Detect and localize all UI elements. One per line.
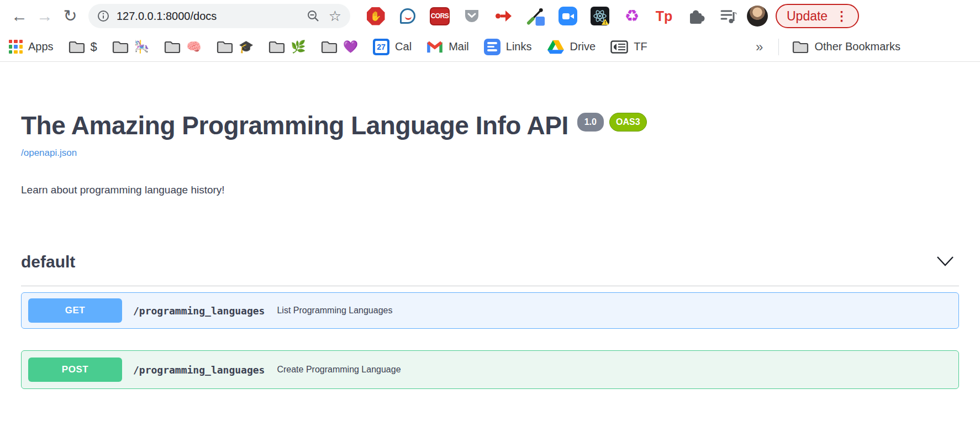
chrome-update-button[interactable]: Update ⋮ (776, 4, 859, 28)
bookmark-label: 🎠 (134, 41, 149, 53)
drive-icon (547, 39, 565, 55)
extensions-row: ✋ CORS (366, 6, 738, 26)
default-section-header[interactable]: default (21, 253, 959, 286)
bookmark-label: 🌿 (291, 41, 305, 53)
operation-summary: Create Programming Language (277, 365, 401, 375)
openapi-json-link[interactable]: /openapi.json (21, 148, 77, 159)
browser-menu-icon[interactable]: ⋮ (835, 9, 848, 24)
zoom-extension-icon[interactable] (558, 6, 578, 26)
red-arrow-extension-icon[interactable] (494, 6, 514, 26)
folder-icon (164, 40, 181, 54)
api-description: Learn about programming language history… (21, 184, 959, 196)
bookmark-folder-brain[interactable]: 🧠 (164, 40, 201, 54)
browser-toolbar: ← → ↻ 127.0.0.1:8000/docs ☆ ✋ CORS (0, 0, 980, 32)
bookmark-links[interactable]: Links (484, 39, 532, 55)
bookmark-tf[interactable]: TF (610, 39, 647, 55)
bookmark-label: Drive (570, 40, 596, 53)
operation-row-post[interactable]: POST /programming_languages Create Progr… (21, 350, 959, 389)
api-info-header: The Amazing Programming Language Info AP… (21, 111, 959, 141)
bookmark-label: 💜 (343, 41, 358, 53)
links-icon (484, 39, 500, 55)
section-title: default (21, 253, 75, 271)
bookmark-drive[interactable]: Drive (547, 39, 596, 55)
url-text[interactable]: 127.0.0.1:8000/docs (117, 10, 307, 23)
pocket-extension-icon[interactable] (462, 6, 482, 26)
bookmark-star-icon[interactable]: ☆ (329, 9, 341, 23)
operation-path: /programming_languages (133, 364, 265, 376)
extensions-puzzle-icon[interactable] (686, 6, 706, 26)
operation-summary: List Programming Languages (277, 306, 392, 316)
section-collapse-button[interactable] (931, 254, 959, 271)
folder-icon (217, 40, 233, 54)
media-playlist-icon[interactable] (718, 6, 738, 26)
bookmark-label: 🎓 (239, 41, 254, 53)
bookmarks-bar: Apps $ 🎠 🧠 🎓 🌿 💜 27 (0, 32, 980, 62)
other-bookmarks[interactable]: Other Bookmarks (792, 40, 900, 54)
reload-icon[interactable]: ↻ (57, 0, 83, 32)
bookmark-label: Links (506, 40, 532, 53)
forward-icon[interactable]: → (32, 0, 57, 32)
zoom-out-icon[interactable] (307, 9, 320, 23)
title-badges: 1.0 OAS3 (577, 113, 647, 132)
bookmarks-right-group: » Other Bookmarks (756, 39, 971, 55)
profile-avatar[interactable] (747, 6, 768, 27)
get-method-badge[interactable]: GET (28, 298, 122, 323)
bookmark-folder-carousel[interactable]: 🎠 (112, 40, 149, 54)
bookmark-label: Other Bookmarks (814, 40, 900, 53)
tf-news-icon (610, 39, 628, 55)
bookmark-folder-herb[interactable]: 🌿 (268, 40, 305, 54)
bookmark-label: 🧠 (186, 41, 201, 53)
folder-icon (268, 40, 285, 54)
page-title: The Amazing Programming Language Info AP… (21, 111, 568, 141)
swagger-docs-page: The Amazing Programming Language Info AP… (0, 111, 980, 389)
folder-icon (69, 40, 85, 54)
post-method-badge[interactable]: POST (28, 358, 122, 382)
gmail-icon (426, 40, 443, 54)
version-badge: 1.0 (577, 113, 604, 132)
bookmark-mail[interactable]: Mail (426, 40, 469, 54)
eyedropper-extension-icon[interactable] (526, 6, 546, 26)
recycle-extension-icon[interactable]: ♻ (622, 6, 642, 26)
bookmark-label: Mail (449, 40, 469, 53)
site-info-icon[interactable] (97, 10, 109, 22)
bookmarks-separator (778, 39, 779, 55)
back-icon[interactable]: ← (7, 0, 32, 32)
oas3-badge: OAS3 (609, 113, 647, 132)
bookmark-label: Cal (395, 40, 412, 53)
bookmark-apps[interactable]: Apps (9, 40, 54, 54)
calendar-icon: 27 (373, 39, 389, 55)
adblock-extension-icon[interactable]: ✋ (366, 6, 386, 26)
cors-extension-icon[interactable]: CORS (430, 6, 450, 26)
chevron-down-icon (936, 256, 955, 267)
tp-extension-icon[interactable]: Tp (654, 6, 674, 26)
operation-row-get[interactable]: GET /programming_languages List Programm… (21, 292, 959, 329)
folder-icon (321, 40, 338, 54)
hand-icon: ✋ (370, 10, 381, 22)
address-bar[interactable]: 127.0.0.1:8000/docs ☆ (88, 4, 350, 28)
bookmark-folder-dollar[interactable]: $ (69, 40, 97, 54)
operation-path: /programming_languages (133, 305, 265, 317)
bookmark-label: TF (634, 40, 647, 53)
bookmark-folder-heart[interactable]: 💜 (321, 40, 358, 54)
apps-grid-icon (9, 40, 23, 54)
folder-icon (792, 40, 809, 54)
bookmark-folder-graduation[interactable]: 🎓 (217, 40, 254, 54)
bookmark-label: Apps (28, 40, 54, 53)
react-devtools-extension-icon[interactable]: ! (590, 6, 610, 26)
bookmark-calendar[interactable]: 27 Cal (373, 39, 412, 55)
update-label: Update (787, 9, 828, 24)
chat-bubble-extension-icon[interactable] (398, 6, 418, 26)
folder-icon (112, 40, 129, 54)
bookmark-label: $ (91, 41, 97, 53)
bookmarks-overflow-icon[interactable]: » (756, 39, 763, 55)
